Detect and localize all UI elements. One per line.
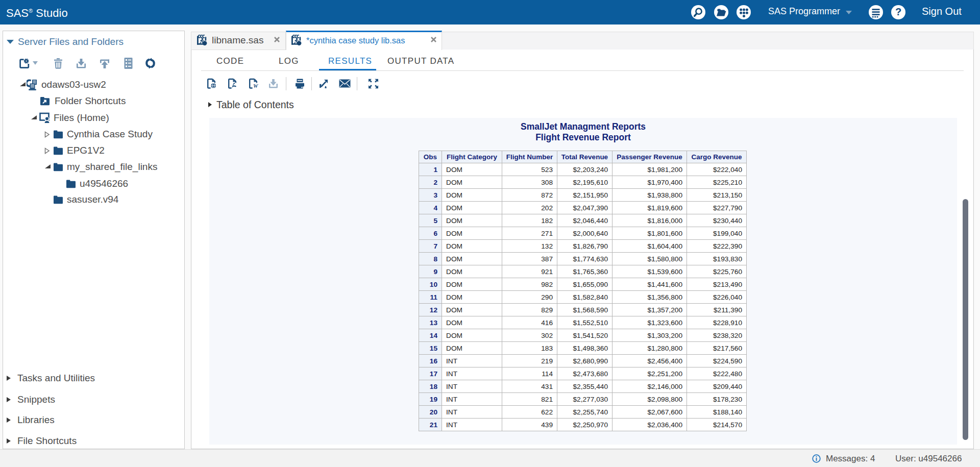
svg-text:W: W: [253, 83, 258, 89]
